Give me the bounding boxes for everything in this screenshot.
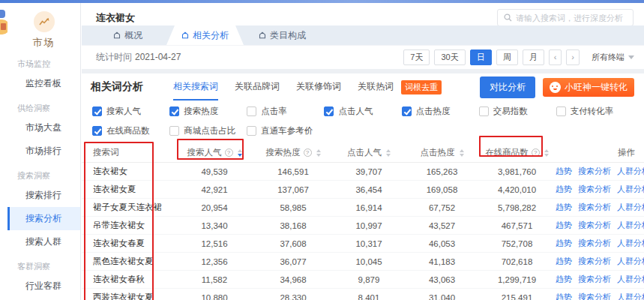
search-analysis-link[interactable]: 搜索分析	[578, 184, 611, 195]
compare-analysis-button[interactable]: 对比分析	[480, 76, 535, 98]
sidebar-item[interactable]: 市场排行	[7, 140, 80, 163]
sort-icon[interactable]	[460, 149, 464, 157]
page-tab[interactable]: 概况	[89, 26, 166, 45]
metric-checkbox[interactable]: 点击率	[247, 106, 324, 117]
column-header: 点击人气	[332, 143, 406, 162]
metric-checkbox[interactable]: 交易指数	[479, 106, 556, 117]
next-button[interactable]: ›	[566, 50, 580, 65]
related-words-panel: 相关词分析 相关搜索词关联品牌词关联修饰词关联热词 词根去重 对比分析 小旺神一…	[82, 74, 644, 300]
trend-link[interactable]: 趋势	[556, 256, 572, 267]
panel-tab[interactable]: 关联品牌词	[235, 74, 280, 100]
metric-filters: 搜索人气搜索热度点击率点击人气点击热度交易指数支付转化率在线商品数商城点击占比直…	[82, 100, 644, 143]
actions-cell: 趋势搜索分析人群分析	[556, 199, 644, 216]
panel-tab[interactable]: 相关搜索词	[173, 74, 218, 100]
sidebar-section-header: 供给洞察	[7, 95, 80, 116]
sort-icon[interactable]	[544, 149, 549, 157]
trend-link[interactable]: 趋势	[556, 166, 572, 177]
sidebar-item[interactable]: 监控看板	[7, 72, 80, 95]
column-header-label: 搜索热度	[266, 147, 301, 158]
keyword-search[interactable]	[497, 9, 634, 26]
actions-cell: 趋势搜索分析人群分析	[556, 253, 644, 270]
metric-checkbox-label: 交易指数	[493, 106, 528, 117]
checkbox-icon	[247, 126, 256, 136]
info-icon[interactable]	[532, 148, 540, 157]
crowd-analysis-link[interactable]: 人群分析	[617, 166, 644, 177]
crowd-analysis-link[interactable]: 人群分析	[617, 202, 644, 213]
crowd-analysis-link[interactable]: 人群分析	[617, 274, 644, 285]
page-header: 连衣裙女 概况相关分析类目构成	[82, 3, 644, 45]
metric-cell: 146,591	[254, 163, 332, 180]
metric-checkbox[interactable]: 直通车参考价	[247, 125, 324, 136]
sidebar-item[interactable]: 行业客群	[7, 274, 80, 298]
trend-link[interactable]: 趋势	[556, 274, 572, 285]
search-analysis-link[interactable]: 搜索分析	[578, 238, 611, 249]
trend-link[interactable]: 趋势	[556, 292, 572, 300]
metric-cell: 3,981,760	[478, 163, 556, 180]
trend-link[interactable]: 趋势	[556, 238, 572, 249]
metric-cell: 16,914	[332, 199, 406, 216]
search-input[interactable]	[516, 14, 627, 22]
one-click-convert-button[interactable]: 小旺神一键转化	[543, 78, 634, 97]
actions-cell: 趋势搜索分析人群分析	[556, 271, 644, 288]
sort-icon[interactable]	[238, 149, 242, 157]
metric-cell: 28,330	[254, 289, 332, 300]
search-analysis-link[interactable]: 搜索分析	[578, 166, 611, 177]
stat-time-value: 2021-04-27	[135, 52, 181, 62]
metric-checkbox[interactable]: 搜索热度	[169, 106, 247, 117]
sidebar-item[interactable]: 搜索分析	[7, 207, 80, 230]
info-icon[interactable]	[304, 148, 312, 157]
metric-cell: 39,707	[332, 163, 406, 180]
trend-link[interactable]: 趋势	[556, 220, 572, 231]
panel-tab[interactable]: 关联热词	[358, 74, 394, 100]
metric-checkbox-label: 在线商品数	[106, 125, 150, 136]
metric-checkbox-label: 支付转化率	[571, 106, 614, 117]
sidebar-module-market[interactable]: 市场	[7, 3, 80, 51]
date-range-button[interactable]: 7天	[403, 50, 430, 65]
date-range-button[interactable]: 月	[523, 50, 544, 65]
sidebar-item[interactable]: 搜索排行	[7, 184, 80, 207]
panel-tab[interactable]: 关联修饰词	[296, 74, 341, 100]
keyword-cell: 吊带连衣裙女	[82, 217, 175, 234]
crowd-analysis-link[interactable]: 人群分析	[617, 238, 644, 249]
crowd-analysis-link[interactable]: 人群分析	[617, 292, 644, 300]
metric-cell: 42,921	[175, 181, 254, 198]
crowd-analysis-link[interactable]: 人群分析	[617, 184, 644, 195]
search-analysis-link[interactable]: 搜索分析	[578, 256, 611, 267]
trend-link[interactable]: 趋势	[556, 184, 572, 195]
prev-button[interactable]: ‹	[549, 50, 562, 65]
page-tab[interactable]: 相关分析	[166, 26, 244, 45]
checkbox-icon	[169, 126, 179, 136]
metric-checkbox[interactable]: 点击热度	[402, 106, 479, 117]
sidebar-item[interactable]: 搜索人群	[7, 230, 80, 254]
search-analysis-link[interactable]: 搜索分析	[578, 202, 611, 213]
dedupe-badge[interactable]: 词根去重	[401, 80, 442, 94]
tab-icon	[259, 32, 266, 39]
metric-cell: 43,527	[406, 217, 478, 234]
column-header: 搜索热度	[254, 143, 332, 162]
metric-cell: 9,879	[332, 271, 406, 288]
metric-checkbox[interactable]: 商城点击占比	[169, 125, 247, 136]
page-tab-label: 类目构成	[270, 29, 306, 42]
search-analysis-link[interactable]: 搜索分析	[578, 220, 611, 231]
date-range-button[interactable]: 周	[496, 50, 518, 65]
trend-link[interactable]: 趋势	[556, 202, 572, 213]
metric-checkbox[interactable]: 搜索人气	[92, 106, 169, 117]
metric-cell: 8,401	[332, 289, 406, 300]
crowd-analysis-link[interactable]: 人群分析	[617, 256, 644, 267]
metric-checkbox[interactable]: 在线商品数	[92, 125, 169, 136]
terminal-select[interactable]: 所有终端	[592, 52, 634, 63]
sidebar-item[interactable]: 市场大盘	[7, 116, 80, 140]
page-tab[interactable]: 类目构成	[244, 26, 321, 45]
sort-icon[interactable]	[386, 149, 391, 157]
info-icon[interactable]	[225, 148, 233, 157]
date-range-button[interactable]: 日	[470, 50, 492, 65]
metric-checkbox[interactable]: 点击人气	[324, 106, 401, 117]
metric-checkbox[interactable]: 支付转化率	[556, 106, 634, 117]
search-analysis-link[interactable]: 搜索分析	[578, 274, 611, 285]
corner-badge-blue	[0, 10, 5, 18]
date-range-button[interactable]: 30天	[434, 50, 465, 65]
sort-icon[interactable]	[316, 149, 321, 157]
crowd-analysis-link[interactable]: 人群分析	[617, 220, 644, 231]
metric-cell: 11,582	[175, 271, 254, 288]
search-analysis-link[interactable]: 搜索分析	[578, 292, 611, 300]
